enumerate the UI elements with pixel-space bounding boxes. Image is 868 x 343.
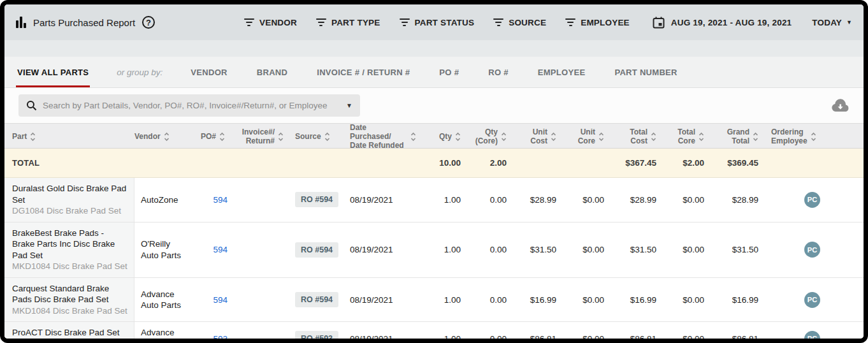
qty-cell: 1.00 <box>419 195 463 205</box>
filter-employee[interactable]: EMPLOYEE <box>565 18 630 27</box>
column-header-grand-total[interactable]: Grand Total <box>707 128 761 146</box>
vendor-cell: AutoZone <box>134 194 191 206</box>
tab-group-ro[interactable]: RO # <box>487 57 510 87</box>
employee-avatar[interactable]: PC <box>804 242 820 258</box>
column-header-date[interactable]: Date Purchased/ Date Refunded <box>341 124 419 150</box>
header-gap-strip <box>4 40 864 57</box>
employee-avatar[interactable]: PC <box>804 192 820 208</box>
vendor-cell: Advance Auto Parts <box>134 289 191 311</box>
column-header-unit-cost[interactable]: Unit Cost <box>509 128 559 146</box>
tab-group-brand[interactable]: BRAND <box>256 57 289 87</box>
table-body: Duralast Gold Disc Brake Pad Set DG1084 … <box>4 178 864 339</box>
search-input[interactable] <box>43 101 340 110</box>
part-name: ProACT Disc Brake Pad Set <box>12 327 127 339</box>
table-row[interactable]: ProACT Disc Brake Pad Set ACT1414 Disc B… <box>4 322 864 339</box>
employee-avatar[interactable]: PC <box>804 331 820 339</box>
date-preset-dropdown[interactable]: TODAY ▼ <box>812 18 852 27</box>
sort-icon <box>551 132 556 142</box>
total-core-cell: $0.00 <box>659 245 707 254</box>
sort-icon <box>501 132 507 142</box>
sort-icon <box>598 132 604 142</box>
column-header-source[interactable]: Source <box>286 132 341 142</box>
sort-icon <box>324 132 330 142</box>
part-cell: Duralast Gold Disc Brake Pad Set DG1084 … <box>4 178 134 222</box>
filter-part-type[interactable]: PART TYPE <box>316 18 380 27</box>
title-group: Parts Purchased Report ? <box>16 16 155 29</box>
column-header-unit-core[interactable]: Unit Core <box>559 128 607 146</box>
part-name: BrakeBest Brake Pads - Brake Parts Inc D… <box>12 228 127 261</box>
filter-source[interactable]: SOURCE <box>493 18 546 27</box>
column-header-vendor[interactable]: Vendor <box>134 132 191 142</box>
column-header-qty[interactable]: Qty <box>419 132 463 142</box>
page-title: Parts Purchased Report <box>33 17 135 28</box>
qty-core-cell: 0.00 <box>463 245 509 254</box>
sort-icon <box>811 132 816 142</box>
unit-cost-cell: $31.50 <box>509 245 559 254</box>
date-range-picker[interactable]: AUG 19, 2021 - AUG 19, 2021 <box>653 17 792 29</box>
part-description: MKD1084 Disc Brake Pad Set <box>12 261 127 272</box>
filter-vendor[interactable]: VENDOR <box>244 18 297 27</box>
parts-purchased-report-app: Parts Purchased Report ? VENDOR PART TYP… <box>4 4 864 339</box>
filter-source-label: SOURCE <box>509 18 546 27</box>
po-number-link[interactable]: 593 <box>191 334 228 339</box>
total-core-cell: $0.00 <box>659 195 707 205</box>
ro-source-chip[interactable]: RO #594 <box>295 292 338 307</box>
tab-group-vendor[interactable]: VENDOR <box>189 57 228 87</box>
table-row[interactable]: Duralast Gold Disc Brake Pad Set DG1084 … <box>4 178 864 223</box>
total-row: TOTAL 10.00 2.00 $367.45 $2.00 $369.45 <box>4 149 864 178</box>
ordering-employee-cell: PC <box>761 292 864 308</box>
source-cell: RO #593 <box>286 331 341 339</box>
cloud-download-icon <box>830 99 850 113</box>
filter-vendor-label: VENDOR <box>259 18 297 27</box>
column-header-qty-core[interactable]: Qty (Core) <box>463 128 509 146</box>
filter-icon <box>493 18 503 26</box>
part-cell: Carquest Standard Brake Pads Disc Brake … <box>4 278 134 322</box>
tab-view-all-parts[interactable]: VIEW ALL PARTS <box>16 57 90 87</box>
column-header-total-cost[interactable]: Total Cost <box>607 128 659 146</box>
unit-core-cell: $0.00 <box>559 295 607 305</box>
tab-group-invoice-return[interactable]: INVOICE # / RETURN # <box>315 57 411 87</box>
sort-icon <box>278 132 284 142</box>
filter-employee-label: EMPLOYEE <box>581 18 630 27</box>
ro-source-chip[interactable]: RO #593 <box>295 331 338 339</box>
search-row: ▼ <box>4 88 864 123</box>
filter-icon <box>565 18 575 26</box>
search-dropdown-caret-icon[interactable]: ▼ <box>346 102 352 109</box>
calendar-icon <box>653 17 665 29</box>
part-description: DG1084 Disc Brake Pad Set <box>12 205 127 217</box>
grand-total-cell: $31.50 <box>707 245 761 254</box>
employee-avatar[interactable]: PC <box>804 292 820 308</box>
column-header-part[interactable]: Part <box>4 132 134 142</box>
tab-group-employee[interactable]: EMPLOYEE <box>537 57 587 87</box>
ro-source-chip[interactable]: RO #594 <box>295 242 338 258</box>
part-name: Duralast Gold Disc Brake Pad Set <box>12 183 127 205</box>
column-header-total-core[interactable]: Total Core <box>659 128 707 146</box>
total-cost-cell: $16.99 <box>607 295 659 305</box>
po-number-link[interactable]: 594 <box>191 195 228 205</box>
po-number-link[interactable]: 594 <box>191 295 228 305</box>
sort-icon <box>30 132 36 142</box>
total-cost-cell: $86.81 <box>607 334 659 339</box>
table-row[interactable]: BrakeBest Brake Pads - Brake Parts Inc D… <box>4 223 864 278</box>
date-preset-label: TODAY <box>812 18 842 27</box>
table-row[interactable]: Carquest Standard Brake Pads Disc Brake … <box>4 278 864 323</box>
filter-part-status[interactable]: PART STATUS <box>400 18 475 27</box>
tab-group-po[interactable]: PO # <box>438 57 460 87</box>
qty-cell: 1.00 <box>419 295 463 305</box>
po-number-link[interactable]: 594 <box>191 245 228 254</box>
tab-group-part-number[interactable]: PART NUMBER <box>613 57 678 87</box>
column-header-invoice-return[interactable]: Invoice#/ Return# <box>228 128 286 146</box>
grand-total-cell: $86.81 <box>707 334 761 339</box>
filter-icon <box>400 18 410 26</box>
bar-chart-icon <box>16 17 26 28</box>
table-header-row: Part Vendor PO# Invoice#/ Return# Source… <box>4 123 864 149</box>
column-header-po[interactable]: PO# <box>191 132 228 142</box>
total-label: TOTAL <box>4 158 134 168</box>
export-download-button[interactable] <box>830 99 850 113</box>
date-purchased-cell: 08/19/2021 <box>341 334 419 339</box>
total-cost-cell: $31.50 <box>607 245 659 254</box>
column-header-ordering-employee[interactable]: Ordering Employee <box>761 128 864 146</box>
help-icon[interactable]: ? <box>142 16 155 29</box>
ro-source-chip[interactable]: RO #594 <box>295 192 338 207</box>
sort-icon <box>455 132 461 142</box>
